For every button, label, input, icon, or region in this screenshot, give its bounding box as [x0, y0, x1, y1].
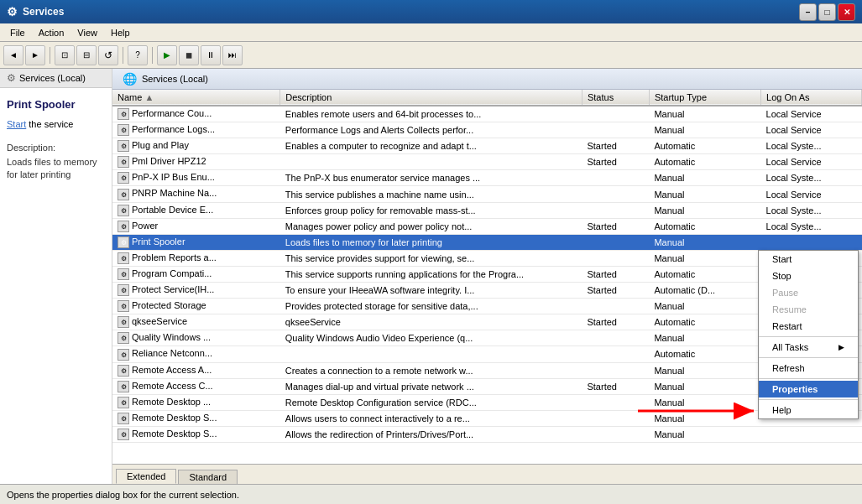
table-row[interactable]: ⚙Remote Desktop S... Allows the redirect…	[112, 426, 862, 442]
maximize-button[interactable]: □	[818, 3, 836, 21]
context-menu-item-stop[interactable]: Stop	[759, 268, 858, 284]
cell-desc	[280, 154, 583, 170]
cell-status	[582, 362, 649, 378]
cell-logon: Local Syste...	[761, 138, 862, 154]
main-area: ⚙ Services (Local) Print Spooler Start t…	[0, 69, 862, 484]
tab-extended[interactable]: Extended	[116, 469, 176, 484]
cell-status	[582, 330, 649, 346]
cell-logon: Local Service	[761, 186, 862, 202]
cell-logon	[761, 234, 862, 250]
cell-name: ⚙Quality Windows ...	[112, 330, 280, 346]
col-header-logon[interactable]: Log On As	[761, 90, 862, 106]
start-service-link[interactable]: Start	[7, 119, 26, 129]
cell-status	[582, 346, 649, 362]
window-controls: – □ ✕	[799, 3, 855, 21]
cell-desc: qkseeService	[280, 314, 583, 330]
table-row[interactable]: ⚙Remote Desktop S... Allows users to con…	[112, 410, 862, 426]
table-row[interactable]: ⚙Remote Access C... Manages dial-up and …	[112, 378, 862, 394]
pause-button[interactable]: ⏸	[201, 45, 221, 65]
context-menu-item-start[interactable]: Start	[759, 251, 858, 268]
table-row[interactable]: ⚙Plug and Play Enables a computer to rec…	[112, 138, 862, 154]
forward-button[interactable]: ►	[25, 45, 45, 65]
cell-startup: Automatic	[649, 218, 760, 234]
table-row[interactable]: ⚙Quality Windows ... Quality Windows Aud…	[112, 330, 862, 346]
back-button[interactable]: ◄	[3, 45, 24, 65]
cell-status	[582, 426, 649, 442]
cell-status: Started	[582, 154, 649, 170]
cell-status: Started	[582, 266, 649, 282]
table-row[interactable]: ⚙Performance Cou... Enables remote users…	[112, 106, 862, 122]
cell-status	[582, 299, 649, 314]
table-row[interactable]: ⚙Remote Access A... Creates a connection…	[112, 362, 862, 378]
table-row[interactable]: ⚙Reliance Netconn... Automatic	[112, 346, 862, 362]
cell-logon: Local Service	[761, 154, 862, 170]
context-menu-item-restart[interactable]: Restart	[759, 318, 858, 335]
menu-help[interactable]: Help	[104, 26, 137, 39]
play-button[interactable]: ▶	[157, 45, 177, 65]
restart-button[interactable]: ⏭	[222, 45, 243, 65]
table-row[interactable]: ⚙Portable Device E... Enforces group pol…	[112, 202, 862, 218]
right-panel-title: Services (Local)	[142, 74, 208, 84]
table-row[interactable]: ⚙Remote Desktop ... Remote Desktop Confi…	[112, 394, 862, 410]
table-row[interactable]: ⚙Performance Logs... Performance Logs an…	[112, 122, 862, 138]
cell-name: ⚙Performance Logs...	[112, 122, 280, 138]
stop-button[interactable]: ◼	[179, 45, 199, 65]
col-header-name[interactable]: Name ▲	[112, 90, 280, 106]
cell-name: ⚙Remote Access A...	[112, 362, 280, 378]
help-toolbar-button[interactable]: ?	[128, 45, 148, 65]
cell-name: ⚙Pml Driver HPZ12	[112, 154, 280, 170]
cell-status: Started	[582, 138, 649, 154]
context-menu-item-refresh[interactable]: Refresh	[759, 360, 858, 377]
services-table: Name ▲ Description Status Startup Type L…	[112, 90, 862, 443]
table-row[interactable]: ⚙Power Manages power policy and power po…	[112, 218, 862, 234]
table-row[interactable]: ⚙Protected Storage Provides protected st…	[112, 299, 862, 314]
cell-desc: Allows the redirection of Printers/Drive…	[280, 426, 583, 442]
table-row[interactable]: ⚙Problem Reports a... This service provi…	[112, 250, 862, 266]
context-menu: StartStopPauseResumeRestartAll Tasks▶Ref…	[758, 250, 859, 419]
menu-view[interactable]: View	[71, 26, 104, 39]
cell-name: ⚙Remote Desktop S...	[112, 410, 280, 426]
refresh-button[interactable]: ↺	[98, 45, 118, 65]
table-row[interactable]: ⚙PnP-X IP Bus Enu... The PnP-X bus enume…	[112, 170, 862, 186]
cell-logon: Local Service	[761, 106, 862, 122]
up-button[interactable]: ⊡	[55, 45, 75, 65]
cell-startup: Manual	[649, 202, 760, 218]
cell-startup: Manual	[649, 234, 760, 250]
cell-name: ⚙qkseeService	[112, 314, 280, 330]
table-row[interactable]: ⚙Print Spooler Loads files to memory for…	[112, 234, 862, 250]
context-menu-separator	[759, 357, 858, 358]
context-menu-item-all-tasks[interactable]: All Tasks▶	[759, 339, 858, 356]
table-row[interactable]: ⚙PNRP Machine Na... This service publish…	[112, 186, 862, 202]
cell-name: ⚙PNRP Machine Na...	[112, 186, 280, 202]
cell-status	[582, 410, 649, 426]
cell-startup: Manual	[649, 186, 760, 202]
table-row[interactable]: ⚙Pml Driver HPZ12 Started Automatic Loca…	[112, 154, 862, 170]
context-menu-item-properties[interactable]: Properties	[759, 381, 858, 397]
menu-action[interactable]: Action	[32, 26, 71, 39]
menu-file[interactable]: File	[3, 26, 32, 39]
col-header-status[interactable]: Status	[582, 90, 649, 106]
close-button[interactable]: ✕	[838, 3, 855, 21]
col-header-desc[interactable]: Description	[280, 90, 583, 106]
table-row[interactable]: ⚙Program Compati... This service support…	[112, 266, 862, 282]
cell-desc: Provides protected storage for sensitive…	[280, 299, 583, 314]
table-row[interactable]: ⚙qkseeService qkseeService Started Autom…	[112, 314, 862, 330]
cell-status	[582, 202, 649, 218]
cell-desc: Enables a computer to recognize and adap…	[280, 138, 583, 154]
cell-status: Started	[582, 378, 649, 394]
cell-startup: Manual	[649, 410, 760, 426]
cell-startup: Automatic	[649, 154, 760, 170]
title-bar: ⚙ Services – □ ✕	[0, 0, 862, 23]
toolbar: ◄ ► ⊡ ⊟ ↺ ? ▶ ◼ ⏸ ⏭	[0, 42, 862, 69]
show-hide-button[interactable]: ⊟	[76, 45, 97, 65]
services-table-container[interactable]: Name ▲ Description Status Startup Type L…	[112, 90, 862, 464]
table-row[interactable]: ⚙Protect Service(IH... To ensure your IH…	[112, 283, 862, 299]
tab-standard[interactable]: Standard	[178, 470, 238, 484]
cell-desc: Manages dial-up and virtual private netw…	[280, 378, 583, 394]
sort-arrow: ▲	[144, 92, 154, 102]
context-menu-item-help[interactable]: Help	[759, 402, 858, 418]
context-menu-separator	[759, 378, 858, 379]
cell-status	[582, 186, 649, 202]
minimize-button[interactable]: –	[799, 3, 817, 21]
col-header-startup[interactable]: Startup Type	[649, 90, 760, 106]
